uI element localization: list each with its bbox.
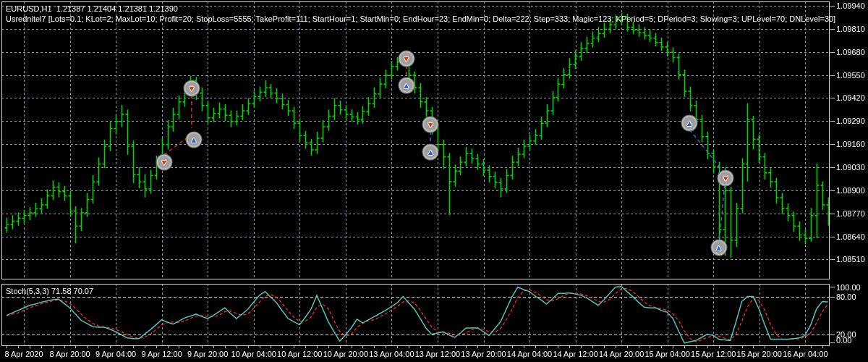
time-axis-label: 13 Apr 12:00 [415, 350, 460, 358]
mt4-chart-window: EURUSD,H1 1.21387 1.21404 1.21381 1.2139… [0, 0, 868, 362]
up-arrow-icon: ▲ [190, 135, 198, 143]
sell-marker[interactable]: ▼ [184, 80, 199, 96]
up-arrow-icon: ▲ [715, 243, 723, 251]
down-arrow-icon: ▼ [160, 158, 168, 166]
symbol-period-label: EURUSD,H1 [6, 4, 52, 13]
stochastic-panel[interactable] [1, 284, 830, 346]
stochastic-readout: Stoch(5,3,3) 71.58 70.07 [6, 287, 93, 296]
price-axis-label: 1.09030 [836, 163, 865, 172]
time-axis-label: 16 Apr 04:00 [783, 350, 827, 358]
price-axis-label: 1.09810 [836, 25, 865, 33]
buy-marker[interactable]: ▲ [399, 78, 414, 93]
price-axis-label: 1.09550 [836, 71, 865, 80]
buy-marker[interactable]: ▲ [711, 240, 726, 255]
stoch-axis-label: 0.00 [836, 336, 851, 345]
down-arrow-icon: ▼ [427, 120, 435, 128]
price-axis-label: 1.08640 [836, 232, 865, 241]
time-axis-label: 14 Apr 20:00 [599, 350, 644, 358]
time-axis-label: 10 Apr 04:00 [231, 350, 276, 358]
current-bar-ohlc: 1.21387 1.21404 1.21381 1.21390 [56, 4, 178, 13]
price-axis-label: 1.08770 [836, 209, 865, 218]
price-axis-label: 1.09680 [836, 48, 865, 56]
sell-marker[interactable]: ▼ [423, 117, 438, 132]
price-axis-label: 1.08900 [836, 186, 865, 195]
buy-marker[interactable]: ▲ [187, 132, 202, 147]
price-axis-label: 1.09290 [836, 117, 865, 125]
symbol-ohlc-readout: EURUSD,H1 1.21387 1.21404 1.21381 1.2139… [6, 4, 178, 14]
down-arrow-icon: ▼ [402, 55, 410, 63]
price-axis-label: 1.09160 [836, 140, 865, 148]
time-axis-label: 9 Apr 20:00 [187, 350, 228, 358]
sell-marker[interactable]: ▼ [718, 170, 733, 185]
up-arrow-icon: ▲ [427, 148, 435, 156]
time-axis-label: 15 Apr 04:00 [644, 350, 689, 358]
time-axis-label: 10 Apr 12:00 [277, 350, 322, 358]
down-arrow-icon: ▼ [187, 84, 195, 92]
time-axis-label: 9 Apr 12:00 [142, 350, 182, 358]
time-axis-label: 8 Apr 20:00 [49, 350, 90, 358]
main-chart-panel[interactable] [1, 1, 830, 279]
time-axis-label: 13 Apr 04:00 [369, 350, 414, 358]
stoch-axis-label: 80.00 [836, 292, 856, 301]
sell-marker[interactable]: ▼ [399, 51, 414, 67]
down-arrow-icon: ▼ [722, 174, 730, 182]
time-axis-label: 13 Apr 20:00 [461, 350, 506, 358]
time-axis-label: 15 Apr 12:00 [691, 350, 736, 358]
up-arrow-icon: ▲ [686, 119, 694, 127]
price-axis-label: 1.09420 [836, 93, 865, 102]
buy-marker[interactable]: ▲ [423, 144, 438, 159]
price-axis-label: 1.08510 [836, 255, 865, 264]
up-arrow-icon: ▲ [402, 82, 410, 90]
time-axis-label: 14 Apr 04:00 [507, 350, 552, 358]
sell-marker[interactable]: ▼ [156, 154, 171, 169]
time-axis-label: 9 Apr 04:00 [95, 350, 136, 358]
time-axis-label: 15 Apr 20:00 [737, 350, 782, 358]
ea-parameters-readout: Usrednitel7 [Lots=0.1; KLot=2; MaxLot=10… [6, 14, 835, 24]
price-axis-label: 1.09940 [836, 1, 865, 10]
buy-marker[interactable]: ▲ [682, 115, 697, 130]
time-axis-label: 14 Apr 12:00 [553, 350, 597, 358]
time-axis-label: 10 Apr 20:00 [323, 350, 368, 358]
time-axis-label: 8 Apr 2020 [4, 350, 43, 358]
stoch-axis-label: 100.00 [836, 283, 861, 292]
